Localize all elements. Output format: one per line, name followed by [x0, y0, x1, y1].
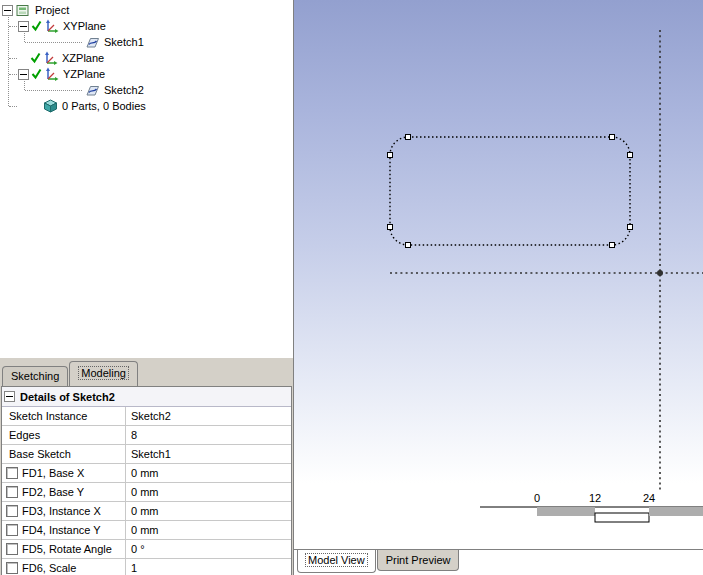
tab-label: Sketching — [11, 370, 59, 382]
tab-label: Model View — [306, 554, 367, 566]
details-row-label: FD6, Scale — [2, 559, 126, 575]
details-row-edges: Edges8 — [2, 426, 291, 445]
parameter-checkbox[interactable] — [6, 524, 18, 536]
tab-modeling[interactable]: Modeling — [69, 361, 138, 386]
tab-print-preview[interactable]: Print Preview — [377, 550, 460, 571]
tree-item-xyplane[interactable]: XYPlane — [0, 18, 293, 34]
details-label-text: Edges — [9, 429, 40, 441]
check-icon — [30, 52, 42, 64]
sketching-modeling-tabstrip: SketchingModeling — [0, 358, 293, 386]
project-icon — [15, 3, 31, 17]
details-label-text: Sketch Instance — [9, 410, 87, 422]
tree-item-label: XYPlane — [60, 20, 109, 32]
tree-item-sketch2[interactable]: Sketch2 — [0, 82, 293, 98]
details-row-value[interactable]: 8 — [126, 426, 291, 444]
details-row-label: FD2, Base Y — [2, 483, 126, 501]
sketch-vertex-markers — [388, 135, 633, 248]
details-row-label: Sketch Instance — [2, 407, 126, 425]
details-header: Details of Sketch2 — [2, 387, 291, 407]
parameter-checkbox[interactable] — [6, 486, 18, 498]
details-row-fd6-scale: FD6, Scale1 — [2, 559, 291, 575]
model-tree: ProjectXYPlaneSketch1XZPlaneYZPlaneSketc… — [0, 0, 293, 358]
details-label-text: FD6, Scale — [22, 562, 76, 574]
details-label-text: FD1, Base X — [22, 467, 84, 479]
tab-label: Modeling — [79, 367, 128, 379]
details-row-fd5-rotate-angle: FD5, Rotate Angle0 ° — [2, 540, 291, 559]
tree-item-xzplane[interactable]: XZPlane — [0, 50, 293, 66]
viewport-overlay: 0 12 24 — [294, 0, 703, 549]
tree-item-label: YZPlane — [60, 68, 108, 80]
tree-item-label: Sketch2 — [101, 84, 147, 96]
parameter-checkbox[interactable] — [6, 505, 18, 517]
tree-outline-pane: ProjectXYPlaneSketch1XZPlaneYZPlaneSketc… — [0, 0, 294, 575]
details-row-label: Edges — [2, 426, 126, 444]
details-view: Details of Sketch2 Sketch InstanceSketch… — [1, 386, 292, 575]
details-label-text: FD5, Rotate Angle — [22, 543, 112, 555]
view-tabstrip: Model ViewPrint Preview — [294, 549, 703, 575]
tab-model-view[interactable]: Model View — [297, 550, 376, 573]
details-row-label: FD4, Instance Y — [2, 521, 126, 539]
details-title: Details of Sketch2 — [20, 391, 115, 403]
details-row-value[interactable]: 0 mm — [126, 502, 291, 520]
tree-item-label: Project — [32, 4, 72, 16]
ruler-tick-0: 0 — [534, 492, 540, 504]
plane-icon — [43, 67, 59, 81]
details-label-text: FD2, Base Y — [22, 486, 84, 498]
tree-item-label: 0 Parts, 0 Bodies — [59, 100, 149, 112]
details-label-text: FD3, Instance X — [22, 505, 101, 517]
tree-item-project[interactable]: Project — [0, 2, 293, 18]
designmodeler-window: ProjectXYPlaneSketch1XZPlaneYZPlaneSketc… — [0, 0, 703, 575]
tab-sketching[interactable]: Sketching — [2, 366, 68, 386]
ruler-tick-24: 24 — [643, 492, 655, 504]
details-row-label: FD5, Rotate Angle — [2, 540, 126, 558]
parameter-checkbox[interactable] — [6, 562, 18, 574]
details-collapse-icon[interactable] — [4, 391, 15, 402]
details-row-value[interactable]: 0 ° — [126, 540, 291, 558]
tree-item-label: XZPlane — [59, 52, 107, 64]
plane-icon — [42, 51, 58, 65]
tree-item-yzplane[interactable]: YZPlane — [0, 66, 293, 82]
sketch-icon — [84, 83, 100, 97]
details-row-value[interactable]: Sketch1 — [126, 445, 291, 463]
details-label-text: Base Sketch — [9, 448, 71, 460]
details-row-sketch-instance: Sketch InstanceSketch2 — [2, 407, 291, 426]
details-row-label: FD3, Instance X — [2, 502, 126, 520]
check-icon — [31, 68, 43, 80]
details-row-fd4-instance-y: FD4, Instance Y0 mm — [2, 521, 291, 540]
expander-minus-icon[interactable] — [2, 5, 13, 16]
details-row-fd1-base-x: FD1, Base X0 mm — [2, 464, 291, 483]
scale-ruler: 0 12 24 — [480, 492, 703, 522]
expander-minus-icon[interactable] — [18, 21, 29, 32]
parts-icon — [42, 99, 58, 113]
details-row-value[interactable]: 0 mm — [126, 464, 291, 482]
sketch2-rounded-rectangle[interactable] — [390, 137, 630, 245]
details-row-fd2-base-y: FD2, Base Y0 mm — [2, 483, 291, 502]
details-row-value[interactable]: Sketch2 — [126, 407, 291, 425]
model-view-canvas[interactable]: 0 12 24 — [294, 0, 703, 549]
details-row-value[interactable]: 0 mm — [126, 483, 291, 501]
tree-item-label: Sketch1 — [101, 36, 147, 48]
origin-point — [657, 270, 663, 276]
details-row-label: FD1, Base X — [2, 464, 126, 482]
sketch-icon — [84, 35, 100, 49]
details-row-value[interactable]: 0 mm — [126, 521, 291, 539]
tree-item-sketch1[interactable]: Sketch1 — [0, 34, 293, 50]
parameter-checkbox[interactable] — [6, 467, 18, 479]
tab-label: Print Preview — [386, 554, 451, 566]
plane-icon — [43, 19, 59, 33]
ruler-tick-12: 12 — [589, 492, 601, 504]
tree-item-0-parts-0-bodies[interactable]: 0 Parts, 0 Bodies — [0, 98, 293, 114]
parameter-checkbox[interactable] — [6, 543, 18, 555]
graphics-viewport: 0 12 24 Model ViewPrint Preview — [294, 0, 703, 575]
details-label-text: FD4, Instance Y — [22, 524, 101, 536]
check-icon — [31, 20, 43, 32]
details-row-value[interactable]: 1 — [126, 559, 291, 575]
details-row-base-sketch: Base SketchSketch1 — [2, 445, 291, 464]
details-row-fd3-instance-x: FD3, Instance X0 mm — [2, 502, 291, 521]
details-row-label: Base Sketch — [2, 445, 126, 463]
expander-minus-icon[interactable] — [18, 69, 29, 80]
